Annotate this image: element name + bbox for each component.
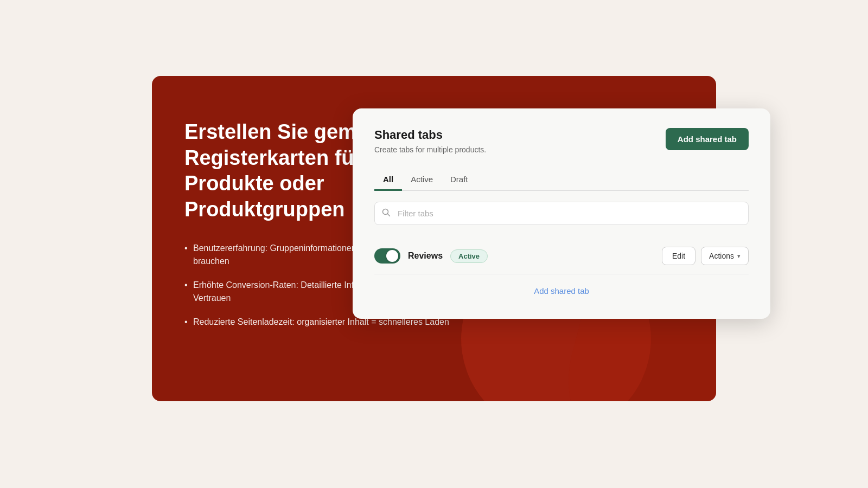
edit-button[interactable]: Edit	[662, 247, 695, 265]
actions-button[interactable]: Actions ▾	[701, 247, 749, 265]
search-icon	[382, 208, 391, 219]
search-input[interactable]	[374, 202, 749, 225]
right-panel: Shared tabs Create tabs for multiple pro…	[353, 108, 770, 319]
tab-draft[interactable]: Draft	[442, 169, 477, 191]
status-badge: Active	[450, 249, 488, 263]
panel-subtitle: Create tabs for multiple products.	[374, 145, 486, 154]
toggle[interactable]	[374, 248, 400, 264]
actions-label: Actions	[709, 252, 734, 260]
toggle-track[interactable]	[374, 248, 400, 264]
tab-row-name: Reviews	[408, 251, 443, 261]
add-tab-link[interactable]: Add shared tab	[534, 286, 589, 296]
tab-all[interactable]: All	[374, 169, 402, 191]
tabs-bar: All Active Draft	[374, 169, 749, 191]
panel-title: Shared tabs	[374, 128, 486, 142]
add-shared-tab-button[interactable]: Add shared tab	[666, 128, 749, 150]
search-box	[374, 202, 749, 225]
table-row: Reviews Active Edit Actions ▾	[374, 238, 749, 274]
panel-title-group: Shared tabs Create tabs for multiple pro…	[374, 128, 486, 154]
panel-header: Shared tabs Create tabs for multiple pro…	[374, 128, 749, 154]
svg-line-1	[388, 214, 390, 216]
main-container: Erstellen Sie gemeinsame Registerkarten …	[152, 76, 716, 412]
chevron-down-icon: ▾	[737, 253, 741, 260]
add-tab-link-row: Add shared tab	[374, 274, 749, 299]
tab-actions: Edit Actions ▾	[662, 247, 749, 265]
toggle-thumb	[386, 250, 398, 262]
tab-active[interactable]: Active	[402, 169, 442, 191]
